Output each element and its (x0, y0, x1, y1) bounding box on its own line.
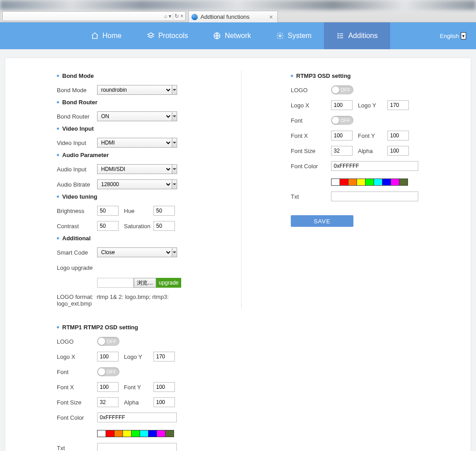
rtmp12-alpha-input[interactable] (153, 397, 175, 407)
rtmp3-logoy-input[interactable] (387, 100, 409, 110)
color-swatch[interactable] (365, 179, 374, 186)
label-saturation: Saturation (124, 223, 153, 230)
nav-network[interactable]: Network (200, 22, 264, 49)
color-swatch[interactable] (148, 430, 157, 437)
label-bond-mode: Bond Mode (57, 87, 97, 94)
contrast-input[interactable] (97, 221, 119, 231)
rtmp3-font-toggle[interactable]: OFF (331, 116, 353, 125)
language-selector[interactable]: English ▾ (440, 22, 476, 49)
section-bond-router: Bond Router (57, 99, 192, 106)
smart-code-select[interactable]: Close (97, 247, 172, 257)
save-button[interactable]: SAVE (291, 215, 353, 227)
select-arrow-icon[interactable] (172, 179, 177, 189)
dropdown-icon[interactable]: ▾ (169, 13, 171, 19)
nav-protocols[interactable]: Protocols (134, 22, 201, 49)
color-swatch[interactable] (374, 179, 382, 186)
label-txt: Txt (291, 193, 331, 200)
rtmp12-logo-toggle[interactable]: OFF (97, 337, 119, 346)
close-tab-icon[interactable]: × (269, 13, 273, 21)
divider (173, 13, 173, 19)
label-font: Font (291, 117, 331, 124)
rtmp3-fonty-input[interactable] (387, 131, 409, 140)
hue-input[interactable] (153, 206, 175, 216)
color-swatch[interactable] (399, 179, 408, 186)
top-nav: Home Protocols Network System Additions … (0, 22, 476, 49)
rtmp12-logox-input[interactable] (97, 352, 119, 362)
color-swatch[interactable] (391, 179, 400, 186)
color-swatch[interactable] (123, 430, 132, 437)
color-swatch[interactable] (114, 430, 123, 437)
rtmp3-logox-input[interactable] (331, 100, 353, 110)
rtmp3-fontx-input[interactable] (331, 131, 353, 140)
rtmp3-fontcolor-input[interactable] (331, 161, 418, 171)
label-logoy: Logo Y (124, 353, 153, 360)
label-fontx: Font X (291, 132, 331, 139)
label-logo: LOGO (57, 338, 97, 345)
label-alpha: Alpha (358, 148, 387, 154)
color-swatch[interactable] (131, 430, 140, 437)
nav-home[interactable]: Home (78, 22, 134, 49)
audio-input-select[interactable]: HDMI/SDI (97, 164, 172, 174)
color-swatch[interactable] (106, 430, 115, 437)
ie-icon (191, 14, 198, 20)
select-arrow-icon[interactable] (172, 85, 177, 95)
label-fontx: Font X (57, 384, 97, 391)
rtmp12-font-toggle[interactable]: OFF (97, 367, 119, 376)
label-fontcolor: Font Color (57, 414, 97, 421)
upgrade-button[interactable]: upgrade (156, 278, 181, 288)
nav-additions-label: Additions (348, 32, 378, 40)
rtmp12-color-swatches (97, 430, 174, 437)
rtmp3-fontsize-input[interactable] (331, 146, 353, 156)
color-swatch[interactable] (357, 179, 366, 186)
section-rtmp3-osd: RTMP3 OSD setting (291, 72, 426, 79)
section-audio-parameter: Audio Parameter (57, 152, 192, 158)
brightness-input[interactable] (97, 206, 119, 216)
nav-network-label: Network (225, 32, 251, 40)
label-contrast: Contrast (57, 223, 97, 230)
list-icon (336, 32, 344, 40)
section-rtmp12-osd: RTMP1 RTMP2 OSD setting (57, 324, 238, 331)
nav-system[interactable]: System (264, 22, 324, 49)
bond-mode-select[interactable]: roundrobin (97, 85, 172, 95)
label-fonty: Font Y (124, 384, 153, 391)
section-additional: Additional (57, 235, 192, 242)
color-swatch[interactable] (331, 179, 340, 186)
audio-bitrate-select[interactable]: 128000 (97, 179, 172, 189)
select-arrow-icon[interactable] (172, 164, 177, 174)
color-swatch[interactable] (165, 430, 174, 437)
rtmp12-fontsize-input[interactable] (97, 397, 119, 407)
search-icon[interactable]: ⌕ (164, 13, 167, 19)
rtmp12-osd-block: RTMP1 RTMP2 OSD setting LOGO OFF Logo X … (5, 309, 238, 451)
logo-format-label: LOGO format: (57, 294, 94, 300)
rtmp3-alpha-input[interactable] (387, 146, 409, 156)
color-swatch[interactable] (97, 430, 106, 437)
color-swatch[interactable] (348, 179, 357, 186)
browser-tab[interactable]: Addtional functions × (188, 11, 278, 22)
rtmp12-txt-input[interactable] (97, 443, 177, 451)
label-txt: Txt (57, 445, 97, 451)
color-swatch[interactable] (140, 430, 149, 437)
color-swatch[interactable] (157, 430, 166, 437)
label-smart-code: Smart Code (57, 249, 97, 256)
video-input-select[interactable]: HDMI (97, 138, 172, 148)
saturation-input[interactable] (153, 221, 175, 231)
address-bar[interactable]: ⌕ ▾ ↻ × (2, 11, 186, 21)
color-swatch[interactable] (340, 179, 348, 186)
browse-button[interactable]: 浏览… (134, 278, 156, 288)
select-arrow-icon[interactable] (172, 247, 177, 257)
color-swatch[interactable] (382, 179, 391, 186)
select-arrow-icon[interactable] (172, 111, 177, 121)
rtmp12-fontcolor-input[interactable] (97, 413, 177, 422)
label-alpha: Alpha (124, 399, 153, 406)
rtmp3-txt-input[interactable] (331, 191, 418, 201)
nav-additions[interactable]: Additions (324, 22, 390, 49)
rtmp12-fonty-input[interactable] (153, 382, 175, 392)
rtmp3-logo-toggle[interactable]: OFF (331, 85, 353, 94)
select-arrow-icon[interactable] (172, 138, 177, 148)
stop-icon[interactable]: × (180, 13, 183, 19)
refresh-icon[interactable]: ↻ (174, 13, 179, 19)
bond-router-select[interactable]: ON (97, 111, 172, 121)
rtmp12-logoy-input[interactable] (153, 352, 175, 362)
chevron-down-icon[interactable]: ▾ (461, 32, 466, 39)
rtmp12-fontx-input[interactable] (97, 382, 119, 392)
